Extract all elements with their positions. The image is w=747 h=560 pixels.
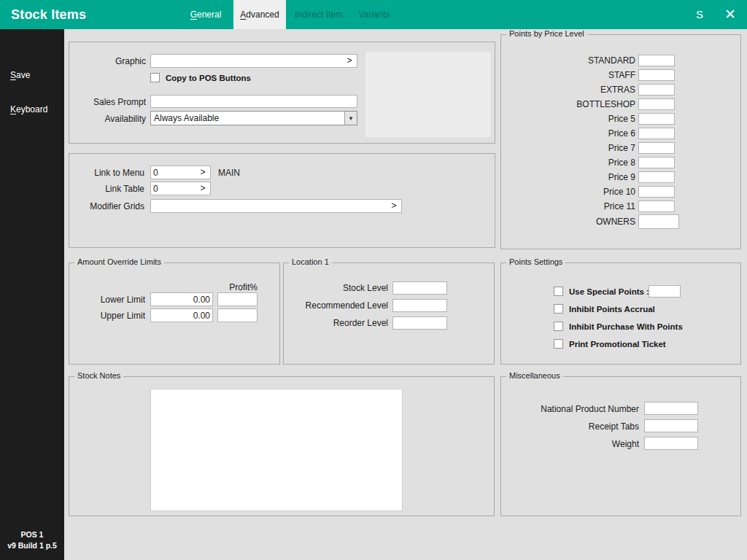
- graphic-browse-button[interactable]: >: [342, 55, 357, 67]
- price-level-input-price11[interactable]: [638, 201, 675, 212]
- sales-prompt-label: Sales Prompt: [69, 96, 146, 109]
- sidebar-item-save[interactable]: Save: [10, 70, 30, 80]
- location1-title: Location 1: [289, 257, 332, 266]
- points-by-price-group: Points by Price Level STANDARD STAFF EXT…: [500, 34, 741, 249]
- points-by-price-title: Points by Price Level: [506, 29, 587, 38]
- stock-notes-textarea[interactable]: [150, 389, 403, 511]
- modifier-grids-input[interactable]: [151, 200, 387, 212]
- modifier-grids-field: >: [150, 199, 402, 213]
- lower-limit-profit-input[interactable]: [217, 292, 258, 306]
- price-level-input-price6[interactable]: [638, 128, 675, 139]
- print-promotional-ticket-label: Print Promotional Ticket: [569, 339, 666, 349]
- reorder-level-input[interactable]: [392, 316, 447, 330]
- availability-label: Availability: [69, 112, 146, 125]
- use-special-points-label: Use Special Points :: [569, 287, 649, 297]
- pos-version-info: POS 1 v9 Build 1 p.5: [0, 529, 64, 551]
- link-to-menu-browse-button[interactable]: >: [196, 166, 210, 179]
- window-title: Stock Items: [11, 0, 86, 29]
- use-special-points-checkbox[interactable]: [554, 287, 563, 296]
- points-settings-title: Points Settings: [506, 257, 565, 266]
- miscellaneous-group: Miscellaneous National Product Number Re…: [500, 376, 741, 516]
- price-level-label-price11: Price 11: [501, 201, 635, 212]
- price-level-label-price6: Price 6: [501, 128, 635, 139]
- miscellaneous-title: Miscellaneous: [506, 371, 563, 380]
- special-points-input[interactable]: [649, 285, 681, 298]
- sidebar: Save Keyboard POS 1 v9 Build 1 p.5: [0, 29, 64, 560]
- national-product-number-label: National Product Number: [501, 402, 639, 416]
- price-level-label-standard: STANDARD: [501, 55, 635, 66]
- copy-to-pos-label: Copy to POS Buttons: [166, 73, 251, 83]
- availability-select[interactable]: Always Available ▼: [150, 111, 357, 125]
- sidebar-item-keyboard[interactable]: Keyboard: [10, 104, 47, 114]
- print-promotional-ticket-checkbox[interactable]: [554, 339, 563, 349]
- upper-limit-label: Upper Limit: [69, 309, 145, 322]
- price-level-label-bottleshop: BOTTLESHOP: [501, 98, 635, 110]
- price-level-label-price8: Price 8: [501, 157, 635, 168]
- inhibit-points-accrual-label: Inhibit Points Accrual: [569, 304, 655, 314]
- lower-limit-input[interactable]: [150, 292, 213, 306]
- build-version: v9 Build 1 p.5: [0, 540, 64, 551]
- weight-input[interactable]: [644, 437, 698, 450]
- amount-override-title: Amount Override Limits: [74, 257, 164, 266]
- link-to-menu-label: Link to Menu: [69, 166, 144, 179]
- graphic-input[interactable]: [151, 55, 342, 67]
- national-product-number-input[interactable]: [644, 402, 698, 415]
- upper-limit-input[interactable]: [150, 308, 213, 322]
- price-level-input-staff[interactable]: [638, 69, 675, 81]
- upper-limit-profit-input[interactable]: [217, 308, 258, 322]
- link-table-browse-button[interactable]: >: [196, 182, 210, 195]
- graphic-field: >: [150, 54, 357, 68]
- availability-value: Always Available: [151, 112, 344, 125]
- tab-general[interactable]: General: [182, 0, 229, 29]
- amount-override-group: Amount Override Limits Profit% Lower Lim…: [69, 262, 280, 365]
- recommended-level-input[interactable]: [392, 299, 447, 312]
- stock-notes-group: Stock Notes: [69, 376, 495, 516]
- graphic-label: Graphic: [69, 55, 146, 68]
- price-level-label-staff: STAFF: [501, 69, 635, 81]
- price-level-label-extras: EXTRAS: [501, 84, 635, 96]
- lower-limit-label: Lower Limit: [69, 293, 145, 306]
- stock-items-window: Stock Items General Advanced Indirect It…: [0, 0, 747, 560]
- modifier-grids-browse-button[interactable]: >: [387, 200, 401, 212]
- linked-menu-name: MAIN: [218, 166, 240, 179]
- inhibit-points-accrual-checkbox[interactable]: [554, 304, 563, 314]
- advanced-tab-panel: Graphic > Copy to POS Buttons Sales Prom…: [64, 29, 747, 560]
- price-level-input-price7[interactable]: [638, 142, 675, 154]
- modifier-grids-label: Modifier Grids: [69, 200, 144, 213]
- reorder-level-label: Reorder Level: [284, 316, 388, 330]
- link-table-input[interactable]: [151, 182, 196, 195]
- close-icon[interactable]: ✕: [719, 0, 741, 29]
- price-level-input-standard[interactable]: [638, 55, 675, 66]
- tab-advanced[interactable]: Advanced: [233, 0, 286, 29]
- price-level-input-price5[interactable]: [638, 113, 675, 125]
- link-group: Link to Menu > MAIN Link Table > Modifie…: [69, 153, 495, 248]
- price-level-input-price8[interactable]: [638, 157, 675, 168]
- price-level-input-price10[interactable]: [638, 186, 675, 198]
- price-level-input-price9[interactable]: [638, 171, 675, 183]
- stock-notes-title: Stock Notes: [74, 371, 123, 380]
- graphic-group: Graphic > Copy to POS Buttons Sales Prom…: [69, 42, 495, 144]
- price-level-input-extras[interactable]: [638, 84, 675, 96]
- tab-variants[interactable]: Variants: [353, 0, 395, 29]
- price-level-label-price5: Price 5: [501, 113, 635, 125]
- link-to-menu-field: >: [150, 166, 211, 179]
- stock-level-input[interactable]: [392, 281, 447, 295]
- receipt-tabs-input[interactable]: [644, 419, 698, 432]
- tab-indirect-item[interactable]: Indirect Item: [290, 0, 347, 29]
- price-level-label-price10: Price 10: [501, 186, 635, 198]
- recommended-level-label: Recommended Level: [284, 299, 388, 312]
- weight-label: Weight: [501, 438, 639, 451]
- s-button[interactable]: S: [692, 0, 708, 29]
- link-table-label: Link Table: [69, 182, 144, 195]
- link-to-menu-input[interactable]: [151, 166, 196, 179]
- price-level-label-owners: OWNERS: [501, 216, 635, 228]
- sales-prompt-input[interactable]: [150, 95, 357, 108]
- inhibit-purchase-with-points-checkbox[interactable]: [554, 322, 563, 331]
- price-level-input-owners[interactable]: [638, 214, 679, 229]
- chevron-down-icon[interactable]: ▼: [344, 112, 357, 125]
- receipt-tabs-label: Receipt Tabs: [501, 420, 639, 433]
- inhibit-purchase-with-points-label: Inhibit Purchase With Points: [569, 322, 683, 332]
- copy-to-pos-checkbox[interactable]: [150, 73, 160, 82]
- price-level-input-bottleshop[interactable]: [638, 98, 675, 110]
- link-table-field: >: [150, 182, 211, 195]
